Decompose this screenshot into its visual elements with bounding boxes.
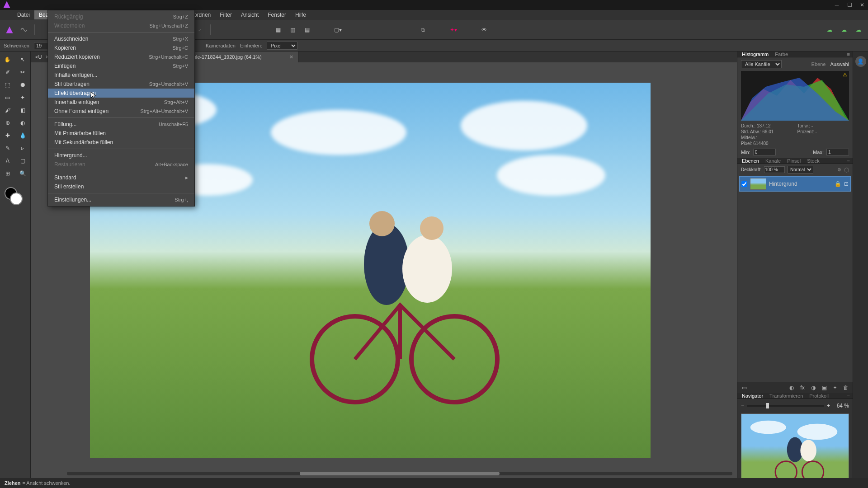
- menuitem-f-llung-[interactable]: Füllung...Umschalt+F5: [48, 120, 194, 129]
- paint-brush-icon[interactable]: 🖌: [0, 104, 15, 117]
- color-picker-tool-icon[interactable]: ✐: [0, 66, 15, 79]
- cloud-icon-2[interactable]: ☁: [838, 24, 850, 36]
- max-input[interactable]: [826, 149, 849, 155]
- layer-visibility-checkbox[interactable]: [741, 181, 747, 187]
- flood-select-icon[interactable]: ⬢: [15, 79, 31, 91]
- panel-menu-icon[interactable]: ≡: [847, 393, 850, 399]
- horizontal-scrollbar[interactable]: [67, 472, 732, 477]
- move-tool-icon[interactable]: ↖: [15, 53, 31, 66]
- minimize-button[interactable]: ─: [834, 2, 840, 8]
- edit-menu-dropdown[interactable]: RückgängigStrg+ZWiederholenStrg+Umschalt…: [47, 10, 195, 206]
- text-tool-icon[interactable]: A: [0, 155, 15, 167]
- erase-tool-icon[interactable]: ◧: [15, 104, 31, 117]
- account-icon[interactable]: 👤: [855, 56, 866, 67]
- assistant-icon[interactable]: ✦▾: [448, 24, 459, 36]
- menuitem-ausschneiden[interactable]: AusschneidenStrg+X: [48, 34, 194, 43]
- add-layer-icon[interactable]: +: [831, 384, 839, 392]
- maximize-button[interactable]: ☐: [846, 2, 853, 8]
- menuitem-stil-bertragen[interactable]: Stil übertragenStrg+Umschalt+V: [48, 80, 194, 89]
- layer-item[interactable]: Hintergrund 🔒 ⊡: [739, 176, 851, 192]
- mask-layer-icon[interactable]: ▣: [820, 384, 828, 392]
- document-tab[interactable]: couple-1718244_1920.jpg (64.1%)✕: [181, 52, 298, 62]
- menuitem-mit-sekund-rfarbe-f-llen[interactable]: Mit Sekundärfarbe füllen: [48, 138, 194, 147]
- secondary-color-icon[interactable]: [10, 192, 23, 205]
- node-tool-icon[interactable]: ▹: [15, 142, 31, 155]
- tab-layers[interactable]: Ebenen: [742, 158, 759, 164]
- panel-menu-icon[interactable]: ≡: [847, 158, 850, 164]
- menu-filter[interactable]: Filter: [215, 10, 236, 19]
- tab-color[interactable]: Farbe: [775, 52, 788, 57]
- heal-tool-icon[interactable]: ✚: [0, 129, 15, 142]
- fx-layer-icon[interactable]: fx: [798, 384, 807, 392]
- arrange-icon-2[interactable]: ▥: [287, 24, 298, 36]
- tab-stock[interactable]: Stock: [807, 158, 820, 164]
- close-button[interactable]: ✕: [859, 2, 865, 8]
- blend-mode-select[interactable]: Normal: [788, 166, 813, 174]
- layer-lock-icon[interactable]: 🔒: [835, 181, 841, 187]
- navigator-preview[interactable]: [741, 413, 849, 478]
- menuitem-inhalte-einf-gen-[interactable]: Inhalte einfügen...: [48, 70, 194, 80]
- menuitem-mit-prim-rfarbe-f-llen[interactable]: Mit Primärfarbe füllen: [48, 129, 194, 138]
- tab-history[interactable]: Protokoll: [809, 393, 829, 399]
- tab-brushes[interactable]: Pinsel: [787, 158, 801, 164]
- tab-close-icon[interactable]: ✕: [289, 54, 293, 60]
- zoom-out-icon[interactable]: −: [741, 403, 744, 409]
- panel-menu-icon[interactable]: ≡: [847, 52, 850, 57]
- quicklook-icon[interactable]: ▢▾: [332, 24, 344, 36]
- crop-tool-icon[interactable]: ✂: [15, 66, 31, 79]
- selection-brush-icon[interactable]: ⬚: [0, 79, 15, 91]
- preview-icon[interactable]: 👁: [478, 24, 490, 36]
- menuitem-kopieren[interactable]: KopierenStrg+C: [48, 43, 194, 52]
- marquee-tool-icon[interactable]: ▭: [0, 91, 15, 104]
- pen-tool-icon[interactable]: ✎: [0, 142, 15, 155]
- menuitem-stil-erstellen[interactable]: Stil erstellen: [48, 182, 194, 191]
- tab-histogram[interactable]: Histogramm: [742, 52, 769, 57]
- units-select[interactable]: Pixel: [267, 42, 297, 50]
- menuitem-reduziert-kopieren[interactable]: Reduziert kopierenStrg+Umschalt+C: [48, 52, 194, 61]
- mesh-tool-icon[interactable]: ⊞: [0, 167, 15, 180]
- zoom-in-icon[interactable]: +: [827, 403, 830, 409]
- delete-layer-icon[interactable]: 🗑: [842, 384, 850, 392]
- menuitem-standard[interactable]: Standard▸: [48, 173, 194, 182]
- shape-tool-icon[interactable]: ▢: [15, 155, 31, 167]
- clone-tool-icon[interactable]: ⊕: [0, 117, 15, 129]
- scope-selection[interactable]: Auswahl: [830, 61, 849, 67]
- arrange-icon-1[interactable]: ▦: [272, 24, 284, 36]
- layer-gear-icon[interactable]: ⚙: [837, 167, 841, 172]
- tab-channels[interactable]: Kanäle: [765, 158, 781, 164]
- tab-navigator[interactable]: Navigator: [742, 393, 763, 399]
- arrange-icon-3[interactable]: ▤: [301, 24, 313, 36]
- adjustment-layer-icon[interactable]: ◐: [788, 384, 796, 392]
- snapping-icon[interactable]: ⧉: [417, 24, 429, 36]
- scope-layer[interactable]: Ebene: [811, 61, 826, 67]
- layer-fx-icon[interactable]: ◯: [844, 167, 849, 172]
- layer-link-icon[interactable]: ⊡: [844, 181, 849, 187]
- menu-ansicht[interactable]: Ansicht: [236, 10, 263, 19]
- menuitem-innerhalb-einf-gen[interactable]: Innerhalb einfügenStrg+Alt+V: [48, 98, 194, 107]
- wand-tool-icon[interactable]: ✦: [15, 91, 31, 104]
- menu-fenster[interactable]: Fenster: [263, 10, 291, 19]
- min-input[interactable]: [753, 149, 776, 155]
- camera-data-label[interactable]: Kameradaten: [206, 43, 236, 48]
- menuitem-hintergrund-[interactable]: Hintergrund...: [48, 151, 194, 160]
- layer-mask-icon[interactable]: ▭: [740, 384, 748, 392]
- channel-select[interactable]: Alle Kanäle: [741, 60, 782, 68]
- blur-tool-icon[interactable]: 💧: [15, 129, 31, 142]
- color-swatches[interactable]: [5, 187, 23, 205]
- zoom-slider[interactable]: [747, 405, 824, 407]
- zoom-tool-icon[interactable]: 🔍: [15, 167, 31, 180]
- menuitem-einstellungen-[interactable]: Einstellungen...Strg+,: [48, 195, 194, 204]
- hand-tool-icon[interactable]: ✋: [0, 53, 15, 66]
- opacity-input[interactable]: [764, 166, 785, 173]
- cloud-icon-1[interactable]: ☁: [824, 24, 835, 36]
- menu-hilfe[interactable]: Hilfe: [291, 10, 311, 19]
- tab-transform[interactable]: Transformieren: [769, 393, 803, 399]
- live-filter-icon[interactable]: ◑: [809, 384, 817, 392]
- auto-white-balance-icon[interactable]: ⟋: [194, 24, 206, 36]
- menu-datei[interactable]: Datei: [13, 10, 34, 19]
- menuitem-effekt-bertragen[interactable]: Effekt übertragen: [48, 89, 194, 98]
- cloud-icon-3[interactable]: ☁: [853, 24, 864, 36]
- persona-liquify-icon[interactable]: [18, 24, 30, 36]
- dodge-tool-icon[interactable]: ◐: [15, 117, 31, 129]
- menuitem-ohne-format-einf-gen[interactable]: Ohne Format einfügenStrg+Alt+Umschalt+V: [48, 107, 194, 116]
